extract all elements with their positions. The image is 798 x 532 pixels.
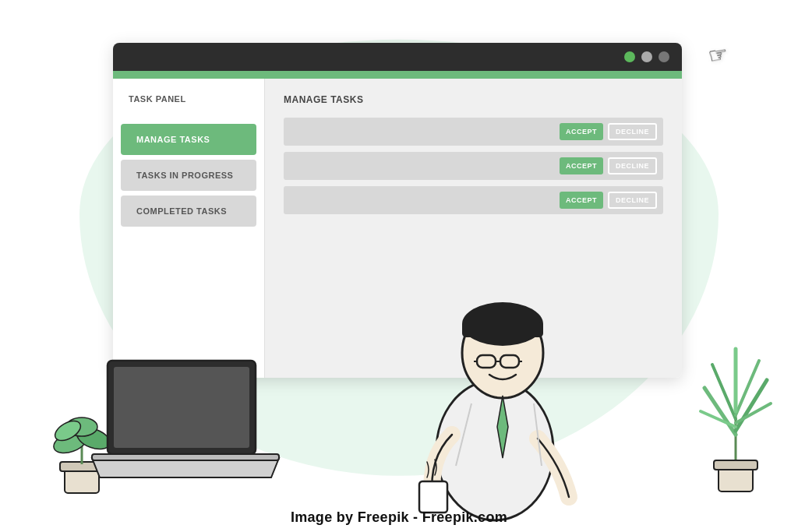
- task-row-3: ACCEPT DECLINE: [284, 186, 663, 214]
- task-row-1-buttons: ACCEPT DECLINE: [560, 123, 657, 140]
- svg-rect-10: [419, 481, 447, 513]
- decline-button-1[interactable]: DECLINE: [608, 123, 657, 140]
- window-topbar: [113, 71, 682, 79]
- laptop-illustration: [84, 353, 287, 493]
- decline-button-2[interactable]: DECLINE: [608, 157, 657, 174]
- window-btn-red[interactable]: [659, 51, 669, 62]
- task-row-1: ACCEPT DECLINE: [284, 118, 663, 146]
- svg-rect-30: [714, 460, 757, 470]
- sidebar: TASK PANEL MANAGE TASKS TASKS IN PROGRES…: [113, 79, 265, 378]
- window-btn-yellow[interactable]: [641, 51, 652, 62]
- scene-container: TASK PANEL MANAGE TASKS TASKS IN PROGRES…: [0, 0, 798, 532]
- task-row-2-buttons: ACCEPT DECLINE: [560, 157, 657, 174]
- svg-line-26: [712, 365, 736, 419]
- svg-line-27: [736, 361, 759, 415]
- svg-point-0: [436, 380, 553, 520]
- task-row-3-buttons: ACCEPT DECLINE: [560, 192, 657, 209]
- decline-button-3[interactable]: DECLINE: [608, 192, 657, 209]
- cursor-hand-icon: ☞: [706, 41, 729, 69]
- accept-button-3[interactable]: ACCEPT: [560, 192, 603, 209]
- accept-button-2[interactable]: ACCEPT: [560, 157, 603, 174]
- main-title: MANAGE TASKS: [284, 94, 663, 105]
- plant-right: [697, 341, 775, 497]
- svg-rect-13: [92, 454, 279, 460]
- footer-text: Image by Freepik - Freepik.com: [291, 509, 507, 525]
- svg-rect-12: [114, 367, 249, 448]
- person-illustration: [374, 240, 623, 489]
- sidebar-item-tasks-in-progress[interactable]: TASKS IN PROGRESS: [121, 160, 256, 191]
- svg-line-24: [701, 411, 736, 427]
- sidebar-title: TASK PANEL: [113, 94, 264, 119]
- footer: Image by Freepik - Freepik.com: [0, 509, 798, 526]
- sidebar-item-manage-tasks[interactable]: MANAGE TASKS: [121, 124, 256, 155]
- accept-button-1[interactable]: ACCEPT: [560, 123, 603, 140]
- window-titlebar: [113, 43, 682, 71]
- svg-rect-3: [462, 322, 543, 337]
- sidebar-item-completed-tasks[interactable]: COMPLETED TASKS: [121, 196, 256, 227]
- window-btn-green[interactable]: [624, 51, 635, 62]
- task-row-2: ACCEPT DECLINE: [284, 152, 663, 180]
